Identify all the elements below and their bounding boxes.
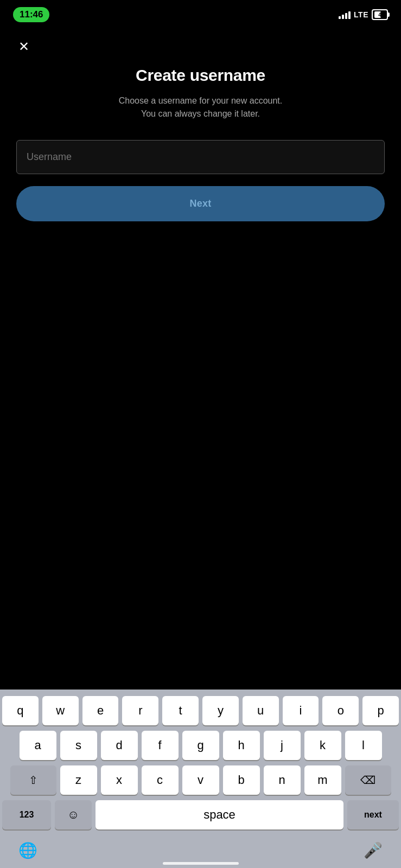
key-l[interactable]: l [345, 731, 382, 760]
battery-number: 4 [378, 12, 381, 18]
username-input[interactable] [16, 140, 385, 174]
key-z[interactable]: z [60, 765, 97, 795]
status-time: 11:46 [13, 7, 49, 22]
backspace-icon: ⌫ [360, 774, 375, 787]
key-next[interactable]: next [347, 800, 399, 829]
close-button[interactable]: ✕ [16, 38, 31, 55]
key-d[interactable]: d [101, 731, 138, 760]
keyboard-row-3: ⇧ z x c v b n m ⌫ [2, 765, 399, 795]
signal-bar-2 [342, 15, 344, 19]
key-emoji[interactable]: ☺ [55, 800, 92, 829]
status-right: LTE 4 [339, 9, 388, 20]
key-j[interactable]: j [264, 731, 301, 760]
key-o[interactable]: o [322, 696, 359, 725]
signal-bar-1 [339, 16, 341, 19]
key-m[interactable]: m [304, 765, 341, 795]
key-g[interactable]: g [182, 731, 219, 760]
keyboard: q w e r t y u i o p a s d f g h j k l ⇧ … [0, 690, 401, 868]
key-q[interactable]: q [2, 696, 39, 725]
signal-bar-4 [348, 11, 351, 19]
main-content: ✕ Create username Choose a username for … [0, 27, 401, 232]
keyboard-row-1: q w e r t y u i o p [2, 696, 399, 725]
key-backspace[interactable]: ⌫ [345, 765, 391, 795]
key-u[interactable]: u [243, 696, 279, 725]
key-w[interactable]: w [42, 696, 79, 725]
key-n[interactable]: n [264, 765, 301, 795]
key-i[interactable]: i [283, 696, 319, 725]
key-b[interactable]: b [223, 765, 260, 795]
key-h[interactable]: h [223, 731, 260, 760]
key-shift[interactable]: ⇧ [10, 765, 56, 795]
key-r[interactable]: r [122, 696, 158, 725]
key-t[interactable]: t [162, 696, 199, 725]
signal-bar-3 [345, 13, 347, 19]
signal-bars [339, 10, 351, 19]
page-title: Create username [16, 66, 385, 85]
key-x[interactable]: x [101, 765, 138, 795]
mic-icon[interactable]: 🎤 [364, 841, 383, 859]
key-space[interactable]: space [96, 800, 343, 829]
home-indicator [163, 862, 239, 865]
globe-icon[interactable]: 🌐 [18, 841, 37, 859]
key-p[interactable]: p [362, 696, 399, 725]
next-button[interactable]: Next [16, 186, 385, 221]
page-subtitle: Choose a username for your new account.Y… [16, 94, 385, 120]
key-a[interactable]: a [20, 731, 56, 760]
shift-icon: ⇧ [29, 774, 38, 787]
key-f[interactable]: f [142, 731, 179, 760]
keyboard-row-4: 123 ☺ space next [2, 800, 399, 829]
key-v[interactable]: v [182, 765, 219, 795]
key-s[interactable]: s [60, 731, 97, 760]
keyboard-row-2: a s d f g h j k l [2, 731, 399, 760]
key-e[interactable]: e [82, 696, 119, 725]
battery: 4 [372, 9, 388, 20]
key-y[interactable]: y [202, 696, 239, 725]
status-bar: 11:46 LTE 4 [0, 0, 401, 27]
key-k[interactable]: k [304, 731, 341, 760]
emoji-icon: ☺ [67, 808, 79, 822]
key-c[interactable]: c [142, 765, 179, 795]
key-numbers[interactable]: 123 [2, 800, 51, 829]
lte-label: LTE [354, 10, 368, 19]
